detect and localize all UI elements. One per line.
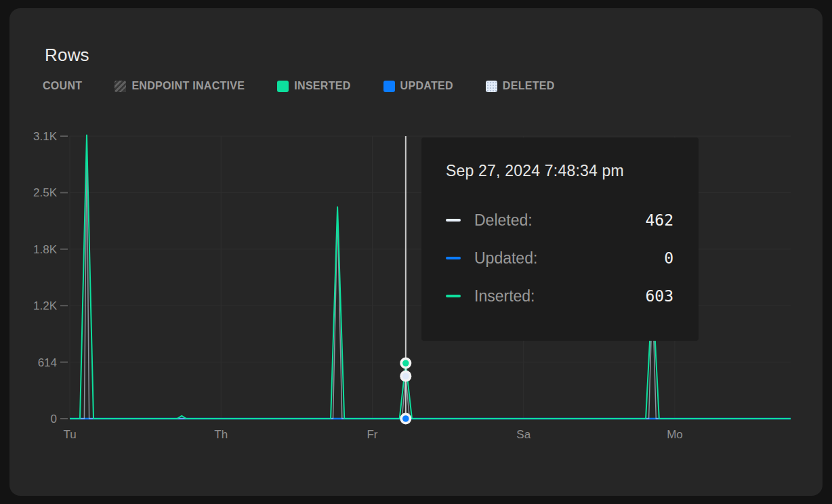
x-tick-label: Sa [516,428,531,441]
x-tick-label: Th [214,428,228,441]
y-tick-label: 614 [38,356,57,369]
y-tick-label: 1.2K [33,299,58,312]
deleted-dash-icon [446,219,461,222]
y-tick-label: 3.1K [33,130,58,143]
tooltip-inserted-value: 603 [645,287,673,305]
chart-tooltip: Sep 27, 2024 7:48:34 pm Deleted: 462 Upd… [421,138,699,341]
updated-dash-icon [446,257,461,259]
y-tick-label: 1.8K [33,243,58,256]
inserted-dash-icon [446,295,461,297]
x-tick-label: Tu [63,428,76,441]
tooltip-inserted-label: Inserted: [474,287,535,306]
tooltip-deleted-value: 462 [645,211,673,229]
rows-chart-panel: Rows COUNT ENDPOINT INACTIVE INSERTED UP… [0,0,832,504]
hover-marker-dot-deleted [402,373,409,379]
x-tick-label: Fr [367,428,377,441]
y-tick-label: 2.5K [33,186,58,199]
tooltip-row-inserted: Inserted: 603 [446,287,673,306]
tooltip-updated-value: 0 [664,249,673,267]
tooltip-row-deleted: Deleted: 462 [446,211,673,230]
x-tick-label: Mo [667,428,683,441]
tooltip-deleted-label: Deleted: [474,211,533,230]
hover-marker-dot-inserted [402,360,409,366]
y-tick-label: 0 [51,413,57,425]
hover-marker-dot-updated [402,415,409,422]
tooltip-timestamp: Sep 27, 2024 7:48:34 pm [446,162,624,180]
time-series-chart-canvas[interactable]: 3.1K2.5K1.8K1.2K6140TuThFrSaMo [0,0,832,504]
tooltip-updated-label: Updated: [474,249,537,268]
tooltip-row-updated: Updated: 0 [446,249,673,268]
